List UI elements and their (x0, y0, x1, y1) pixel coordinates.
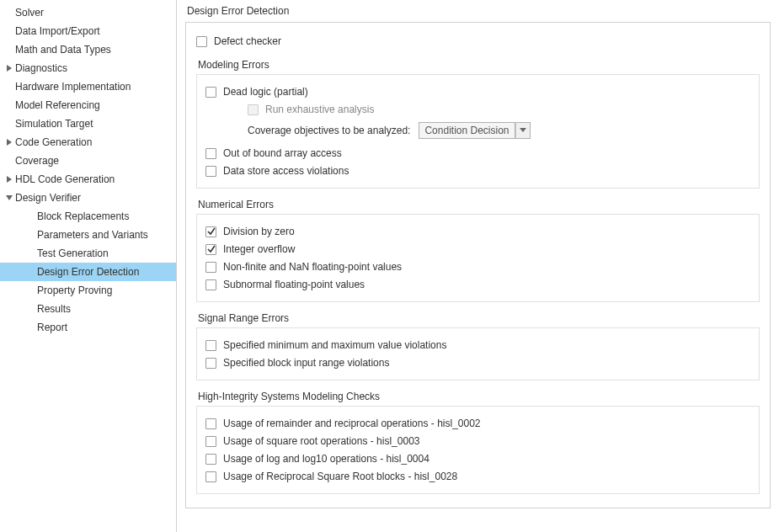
row-hisl-0003[interactable]: Usage of square root operations - hisl_0… (205, 434, 750, 449)
row-dead-logic[interactable]: Dead logic (partial) (205, 84, 750, 99)
spacer-icon (5, 27, 13, 35)
sidebar-item-code-generation[interactable]: Code Generation (0, 133, 176, 152)
label-minmax: Specified minimum and maximum value viol… (223, 338, 446, 353)
row-data-store[interactable]: Data store access violations (205, 163, 750, 178)
sidebar-item-report[interactable]: Report (0, 318, 176, 337)
sidebar-item-label: Parameters and Variants (37, 227, 148, 242)
content-pane: Design Error Detection Defect checker Mo… (177, 0, 779, 532)
row-run-exhaustive: Run exhaustive analysis (205, 102, 750, 117)
select-coverage-objectives[interactable]: Condition Decision (415, 122, 530, 139)
label-hisl-0003: Usage of square root operations - hisl_0… (223, 434, 419, 449)
sidebar-item-label: Design Error Detection (37, 264, 139, 279)
sidebar-item-design-error-detection[interactable]: Design Error Detection (0, 263, 176, 281)
spacer-icon (27, 249, 35, 258)
row-hisl-0004[interactable]: Usage of log and log10 operations - hisl… (205, 451, 750, 466)
label-subnormal: Subnormal floating-point values (223, 277, 365, 292)
chevron-down-icon[interactable] (5, 194, 13, 202)
spacer-icon (27, 323, 35, 332)
sidebar-item-label: Test Generation (37, 246, 109, 261)
label-division-by-zero: Division by zero (223, 224, 295, 239)
sidebar-item-label: Code Generation (15, 135, 92, 150)
label-data-store: Data store access violations (223, 163, 349, 178)
label-hisl-0028: Usage of Reciprocal Square Root blocks -… (223, 469, 457, 484)
label-input-range: Specified block input range violations (223, 355, 389, 370)
spacer-icon (5, 82, 13, 91)
sidebar-item-label: Design Verifier (15, 190, 81, 205)
sidebar-item-label: Solver (15, 5, 44, 20)
spacer-icon (27, 212, 35, 221)
spacer-icon (5, 120, 13, 128)
label-integer-overflow: Integer overflow (223, 242, 295, 257)
header-signal-range: Signal Range Errors (198, 312, 760, 324)
checkbox-input-range[interactable] (205, 358, 216, 369)
checkbox-hisl-0003[interactable] (205, 436, 216, 447)
label-non-finite: Non-finite and NaN floating-point values (223, 259, 402, 274)
checkbox-non-finite[interactable] (205, 262, 216, 273)
row-input-range[interactable]: Specified block input range violations (205, 355, 750, 370)
checkbox-dead-logic[interactable] (205, 87, 216, 98)
row-integer-overflow[interactable]: Integer overflow (205, 242, 750, 257)
row-subnormal[interactable]: Subnormal floating-point values (205, 277, 750, 292)
sidebar-item-simulation-target[interactable]: Simulation Target (0, 114, 176, 133)
spacer-icon (27, 286, 35, 295)
checkbox-division-by-zero[interactable] (205, 226, 216, 237)
spacer-icon (27, 305, 35, 313)
checkbox-defect-checker[interactable] (196, 36, 207, 47)
sidebar-item-block-replacements[interactable]: Block Replacements (0, 207, 176, 226)
label-hisl-0004: Usage of log and log10 operations - hisl… (223, 451, 430, 466)
row-division-by-zero[interactable]: Division by zero (205, 224, 750, 239)
sidebar-item-solver[interactable]: Solver (0, 3, 176, 22)
spacer-icon (27, 268, 35, 276)
label-defect-checker: Defect checker (214, 34, 281, 49)
sidebar-item-model-referencing[interactable]: Model Referencing (0, 96, 176, 114)
sidebar-item-parameters-and-variants[interactable]: Parameters and Variants (0, 226, 176, 244)
row-minmax[interactable]: Specified minimum and maximum value viol… (205, 338, 750, 353)
spacer-icon (27, 231, 35, 239)
chevron-right-icon[interactable] (5, 64, 13, 72)
sidebar-item-label: Simulation Target (15, 116, 93, 131)
subgroup-signal-range: Specified minimum and maximum value viol… (196, 327, 760, 380)
subgroup-hi-checks: Usage of remainder and reciprocal operat… (196, 406, 760, 494)
sidebar-item-design-verifier[interactable]: Design Verifier (0, 189, 176, 207)
sidebar-item-diagnostics[interactable]: Diagnostics (0, 59, 176, 77)
spacer-icon (5, 8, 13, 17)
checkbox-hisl-0004[interactable] (205, 454, 216, 465)
row-coverage-objectives: Coverage objectives to be analyzed: Cond… (205, 122, 750, 139)
checkbox-minmax[interactable] (205, 340, 216, 351)
row-defect-checker[interactable]: Defect checker (196, 34, 760, 49)
page-title: Design Error Detection (187, 5, 771, 17)
row-hisl-0028[interactable]: Usage of Reciprocal Square Root blocks -… (205, 469, 750, 484)
row-out-of-bound[interactable]: Out of bound array access (205, 146, 750, 161)
sidebar-item-hdl-code-generation[interactable]: HDL Code Generation (0, 170, 176, 189)
chevron-right-icon[interactable] (5, 175, 13, 184)
spacer-icon (5, 45, 13, 54)
checkbox-out-of-bound[interactable] (205, 148, 216, 159)
sidebar-item-label: Diagnostics (15, 61, 67, 76)
sidebar-item-label: Property Proving (37, 283, 112, 298)
sidebar-item-hardware-implementation[interactable]: Hardware Implementation (0, 77, 176, 96)
checkbox-run-exhaustive (248, 104, 259, 115)
sidebar-item-label: Model Referencing (15, 98, 100, 113)
checkbox-subnormal[interactable] (205, 279, 216, 290)
row-hisl-0002[interactable]: Usage of remainder and reciprocal operat… (205, 416, 750, 431)
sidebar-item-coverage[interactable]: Coverage (0, 152, 176, 170)
sidebar-tree: SolverData Import/ExportMath and Data Ty… (0, 0, 177, 532)
chevron-down-icon[interactable] (515, 122, 531, 139)
checkbox-hisl-0002[interactable] (205, 418, 216, 429)
sidebar-item-property-proving[interactable]: Property Proving (0, 281, 176, 300)
sidebar-item-data-import-export[interactable]: Data Import/Export (0, 22, 176, 40)
checkbox-integer-overflow[interactable] (205, 244, 216, 255)
header-modeling-errors: Modeling Errors (198, 59, 760, 71)
sidebar-item-label: Math and Data Types (15, 42, 111, 57)
sidebar-item-math-and-data-types[interactable]: Math and Data Types (0, 40, 176, 59)
subgroup-modeling-errors: Dead logic (partial) Run exhaustive anal… (196, 74, 760, 189)
checkbox-data-store[interactable] (205, 166, 216, 177)
checkbox-hisl-0028[interactable] (205, 471, 216, 482)
sidebar-item-results[interactable]: Results (0, 300, 176, 318)
select-value-coverage[interactable]: Condition Decision (419, 122, 515, 139)
chevron-right-icon[interactable] (5, 138, 13, 146)
row-non-finite[interactable]: Non-finite and NaN floating-point values (205, 259, 750, 274)
sidebar-item-test-generation[interactable]: Test Generation (0, 244, 176, 263)
spacer-icon (5, 157, 13, 165)
spacer-icon (5, 101, 13, 109)
